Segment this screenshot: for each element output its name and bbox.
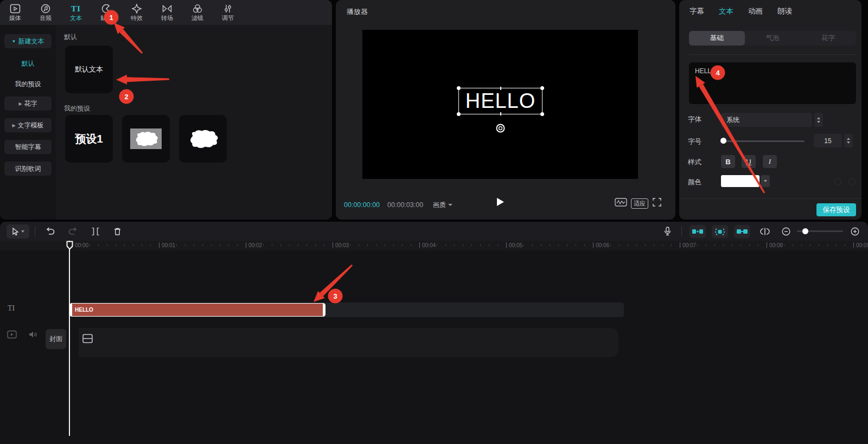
- tab-filters[interactable]: 滤镜: [182, 1, 213, 24]
- ruler-major-tick: [246, 242, 246, 248]
- ruler-minor-tick: [576, 244, 576, 246]
- size-stepper[interactable]: [844, 134, 853, 147]
- track-mute-icon[interactable]: [29, 331, 38, 340]
- top-toolbar: 媒体 音频 TI 文本 贴纸 特效 转场: [0, 0, 332, 25]
- undo-icon: [46, 227, 55, 235]
- main-track-lane[interactable]: [79, 328, 618, 357]
- canvas-text[interactable]: HELLO: [459, 88, 542, 114]
- split-button[interactable]: ][: [89, 227, 102, 236]
- zoom-slider-thumb[interactable]: [802, 228, 808, 234]
- adjust-sliders-icon: [222, 4, 233, 14]
- timeline-ruler[interactable]: 00:0000:0100:0200:0300:0400:0500:0600:07…: [0, 241, 868, 250]
- cover-button[interactable]: 封面: [46, 329, 66, 349]
- waveform-toggle-icon[interactable]: [615, 198, 627, 209]
- undo-button[interactable]: [44, 227, 57, 235]
- caret-down-icon: [448, 204, 452, 206]
- tab-adjust[interactable]: 调节: [213, 1, 243, 24]
- ruler-minor-tick: [263, 244, 264, 246]
- resize-handle-bl[interactable]: [457, 112, 461, 116]
- sidebar-item-my-presets[interactable]: 我的预设: [4, 77, 52, 91]
- preview-axis-button[interactable]: [712, 225, 728, 238]
- link-clips-button[interactable]: [734, 225, 750, 238]
- ruler-major-tick: [159, 242, 159, 248]
- card-preset-1[interactable]: 预设1: [65, 115, 113, 163]
- size-slider-track[interactable]: [720, 140, 805, 142]
- rotate-handle-icon[interactable]: [496, 124, 505, 135]
- split-preview-button[interactable]: [758, 228, 772, 235]
- clip-trim-handle-left[interactable]: [70, 304, 72, 316]
- sidebar-item-smart-captions[interactable]: 智能字幕: [4, 140, 52, 154]
- play-button[interactable]: [496, 197, 505, 209]
- sidebar-item-recognize-lyrics[interactable]: 识别歌词: [4, 162, 52, 176]
- italic-button[interactable]: I: [763, 155, 777, 168]
- bold-button[interactable]: B: [721, 155, 735, 168]
- size-value-field[interactable]: 15: [814, 134, 842, 147]
- tab-read-aloud[interactable]: 朗读: [777, 7, 792, 16]
- tab-sticker[interactable]: 贴纸: [91, 1, 122, 24]
- tab-subtitle[interactable]: 字幕: [690, 7, 704, 16]
- ruler-minor-tick: [107, 244, 107, 246]
- tab-animation[interactable]: 动画: [748, 7, 763, 16]
- fullscreen-icon[interactable]: [653, 198, 661, 209]
- mid-tick: [500, 112, 501, 115]
- clip-label: HELLO: [75, 307, 93, 313]
- font-select[interactable]: 系统: [721, 113, 812, 127]
- text-content-input[interactable]: HELLO: [689, 62, 856, 104]
- save-preset-button[interactable]: 保存预设: [816, 203, 856, 216]
- delete-button[interactable]: [111, 227, 124, 236]
- timeline-zoom-slider[interactable]: [797, 230, 843, 232]
- clip-trim-handle-right[interactable]: [323, 304, 325, 316]
- tab-media[interactable]: 媒体: [0, 1, 30, 24]
- ruler-time-label: 00:06: [596, 242, 609, 248]
- subtab-fancy[interactable]: 花字: [800, 31, 856, 46]
- resize-handle-br[interactable]: [540, 112, 544, 116]
- sidebar-item-default[interactable]: 默认: [4, 56, 52, 70]
- playhead-line[interactable]: [69, 241, 70, 436]
- sidebar-item-fancy-text[interactable]: ▶ 花字: [4, 96, 52, 111]
- ruler-time-label: 00:07: [682, 242, 696, 248]
- resize-handle-tr[interactable]: [540, 86, 544, 90]
- color-swatch[interactable]: [721, 175, 760, 187]
- sidebar-item-new-text[interactable]: ▼ 新建文本: [4, 34, 52, 48]
- snap-toggle-button[interactable]: [690, 225, 706, 238]
- add-media-track-icon[interactable]: [82, 334, 93, 345]
- tab-effects[interactable]: 特效: [122, 1, 152, 24]
- playhead-head[interactable]: [66, 241, 73, 252]
- tab-sticker-label: 贴纸: [100, 15, 112, 21]
- resize-handle-tl[interactable]: [457, 86, 461, 90]
- cursor-tool-button[interactable]: [7, 224, 29, 239]
- text-clip[interactable]: HELLO: [69, 303, 326, 317]
- tab-audio[interactable]: 音频: [30, 1, 61, 24]
- sidebar-item-text-templates[interactable]: ▶ 文字模板: [4, 118, 52, 132]
- ruler-minor-tick: [454, 244, 455, 246]
- track-visibility-icon[interactable]: [7, 330, 17, 341]
- video-canvas[interactable]: HELLO: [362, 30, 638, 179]
- color-dropdown-button[interactable]: [761, 175, 770, 187]
- record-voiceover-button[interactable]: [661, 227, 674, 236]
- subtab-basic[interactable]: 基础: [689, 31, 745, 46]
- card-default-text[interactable]: 默认文本: [65, 46, 113, 93]
- ruler-minor-tick: [350, 244, 350, 246]
- quality-dropdown[interactable]: 画质: [433, 201, 452, 210]
- card-preset-3[interactable]: [179, 115, 227, 163]
- zoom-out-button[interactable]: [781, 227, 792, 236]
- zoom-in-button[interactable]: [850, 227, 860, 236]
- redo-button[interactable]: [66, 227, 79, 235]
- text-selection-box[interactable]: HELLO: [458, 88, 542, 114]
- ruler-major-tick: [853, 242, 854, 248]
- zoom-slider-track[interactable]: [797, 230, 843, 232]
- tab-text-props[interactable]: 文本: [719, 7, 733, 16]
- tab-transitions[interactable]: 转场: [152, 1, 182, 24]
- fit-button[interactable]: 适应: [631, 198, 648, 209]
- font-stepper[interactable]: [814, 113, 823, 127]
- ruler-minor-tick: [98, 244, 99, 246]
- ruler-minor-tick: [567, 244, 567, 246]
- color-label: 颜色: [688, 178, 701, 187]
- card-preset-2[interactable]: [122, 115, 170, 163]
- size-slider-thumb[interactable]: [720, 138, 726, 144]
- subtab-bubble[interactable]: 气泡: [745, 31, 801, 46]
- tab-text[interactable]: TI 文本: [61, 1, 91, 24]
- underline-button[interactable]: U: [742, 155, 756, 168]
- ruler-minor-tick: [610, 244, 611, 246]
- prev-circle-icon: [834, 178, 841, 185]
